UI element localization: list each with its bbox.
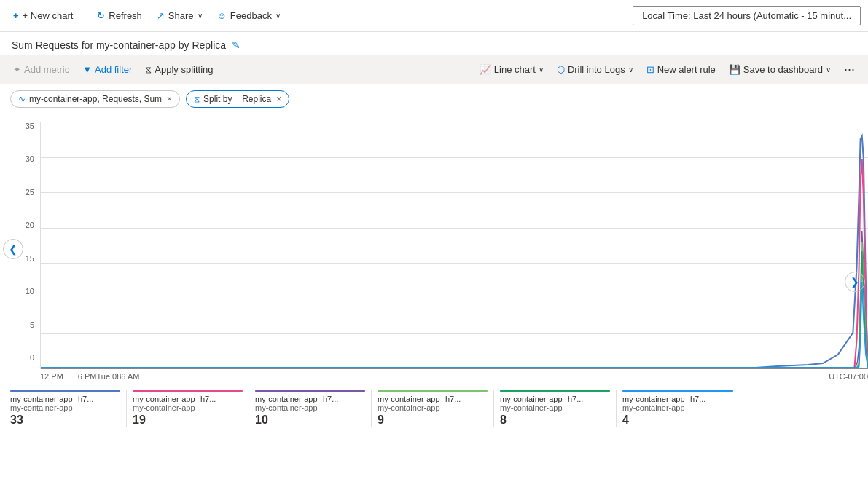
legend-name-4: my-container-app--h7... bbox=[500, 395, 610, 403]
metric-pill: ∿ my-container-app, Requests, Sum × bbox=[10, 90, 180, 108]
legend-value-5: 4 bbox=[622, 414, 733, 427]
split-pill: ⧖ Split by = Replica × bbox=[186, 90, 289, 108]
x-label-6pm: 6 PM bbox=[78, 372, 97, 381]
nav-right-button[interactable]: ❯ bbox=[845, 272, 865, 292]
y-label-30: 30 bbox=[0, 154, 34, 163]
split-pill-close[interactable]: × bbox=[276, 94, 281, 104]
y-label-20: 20 bbox=[0, 221, 34, 229]
chart-title-row: Sum Requests for my-container-app by Rep… bbox=[0, 32, 868, 55]
metric-pill-label: my-container-app, Requests, Sum bbox=[29, 94, 162, 104]
feedback-chevron-icon: ∨ bbox=[275, 12, 281, 20]
legend-color-bar-4 bbox=[500, 390, 610, 392]
split-pill-icon: ⧖ bbox=[194, 94, 200, 104]
legend-name-1: my-container-app--h7... bbox=[133, 395, 243, 403]
legend-sub-3: my-container-app bbox=[378, 403, 488, 412]
filter-row: ∿ my-container-app, Requests, Sum × ⧖ Sp… bbox=[0, 84, 868, 114]
new-chart-button[interactable]: + + New chart bbox=[7, 7, 79, 24]
apply-splitting-label: Apply splitting bbox=[155, 64, 213, 75]
save-to-dashboard-button[interactable]: 💾 Save to dashboard ∨ bbox=[723, 61, 837, 78]
legend-item-5: my-container-app--h7... my-container-app… bbox=[622, 390, 739, 427]
metric-pill-icon: ∿ bbox=[18, 94, 26, 104]
x-label-tue08: Tue 08 bbox=[96, 372, 121, 381]
apply-splitting-button[interactable]: ⧖ Apply splitting bbox=[139, 61, 219, 79]
chart-area: 0 5 10 15 20 25 30 35 bbox=[0, 114, 868, 384]
line-chart-button[interactable]: 📈 Line chart ∨ bbox=[474, 61, 550, 78]
x-label-12pm: 12 PM bbox=[40, 372, 63, 381]
legend-item-0: my-container-app--h7... my-container-app… bbox=[10, 390, 127, 427]
legend-item-1: my-container-app--h7... my-container-app… bbox=[133, 390, 249, 427]
chart-line-teal bbox=[41, 251, 868, 368]
y-label-35: 35 bbox=[0, 122, 34, 130]
legend-value-4: 8 bbox=[500, 414, 610, 427]
y-label-5: 5 bbox=[0, 320, 34, 329]
new-alert-rule-button[interactable]: ⊡ New alert rule bbox=[641, 61, 722, 78]
utc-label: UTC-07:00 bbox=[829, 372, 868, 381]
save-label: Save to dashboard bbox=[743, 64, 823, 75]
plus-icon: + bbox=[13, 10, 19, 21]
x-label-6am: 6 AM bbox=[121, 372, 139, 381]
chart-inner bbox=[40, 122, 868, 369]
chart-line-purple bbox=[41, 231, 868, 368]
drill-into-logs-button[interactable]: ⬡ Drill into Logs ∨ bbox=[551, 61, 639, 78]
legend-area: my-container-app--h7... my-container-app… bbox=[0, 384, 868, 427]
feedback-label: Feedback bbox=[230, 10, 272, 21]
divider-1 bbox=[85, 9, 85, 23]
legend-item-3: my-container-app--h7... my-container-app… bbox=[378, 390, 494, 427]
split-pill-label: Split by = Replica bbox=[203, 94, 271, 104]
nav-left-button[interactable]: ❮ bbox=[3, 239, 23, 259]
chart-line-lightblue bbox=[41, 282, 868, 368]
time-range-button[interactable]: Local Time: Last 24 hours (Automatic - 1… bbox=[633, 6, 861, 25]
feedback-icon: ☺ bbox=[217, 10, 227, 21]
alert-label: New alert rule bbox=[657, 64, 716, 75]
drill-label: Drill into Logs bbox=[568, 64, 625, 75]
x-axis: 12 PM 6 PM Tue 08 6 AM UTC-07:00 bbox=[40, 369, 868, 381]
legend-name-2: my-container-app--h7... bbox=[255, 395, 365, 403]
edit-title-icon[interactable]: ✎ bbox=[232, 39, 241, 51]
share-chevron-icon: ∨ bbox=[198, 12, 203, 20]
metrics-toolbar: ✦ Add metric ▼ Add filter ⧖ Apply splitt… bbox=[0, 55, 868, 84]
save-icon: 💾 bbox=[729, 64, 740, 75]
chart-line-pink bbox=[41, 159, 868, 368]
refresh-label: Refresh bbox=[109, 10, 142, 21]
alert-icon: ⊡ bbox=[646, 64, 654, 75]
share-button[interactable]: ↗ Share ∨ bbox=[151, 7, 208, 24]
add-filter-button[interactable]: ▼ Add filter bbox=[77, 61, 138, 78]
more-options-button[interactable]: ··· bbox=[838, 60, 861, 79]
right-buttons: 📈 Line chart ∨ ⬡ Drill into Logs ∨ ⊡ New… bbox=[474, 60, 861, 79]
save-chevron: ∨ bbox=[826, 66, 831, 74]
add-metric-icon: ✦ bbox=[13, 64, 21, 75]
chart-line-blue bbox=[41, 136, 868, 368]
legend-value-1: 19 bbox=[133, 414, 243, 427]
legend-value-3: 9 bbox=[378, 414, 488, 427]
legend-name-5: my-container-app--h7... bbox=[622, 395, 733, 403]
y-label-25: 25 bbox=[0, 188, 34, 197]
chart-wrapper: ❮ 0 5 10 15 20 25 30 35 bbox=[0, 114, 868, 384]
legend-name-0: my-container-app--h7... bbox=[10, 395, 120, 403]
legend-color-bar-2 bbox=[255, 390, 365, 392]
chart-title: Sum Requests for my-container-app by Rep… bbox=[12, 39, 226, 51]
new-chart-label: + New chart bbox=[23, 10, 74, 21]
share-icon: ↗ bbox=[157, 10, 165, 21]
drill-chevron: ∨ bbox=[628, 66, 633, 74]
legend-name-3: my-container-app--h7... bbox=[378, 395, 488, 403]
y-label-0: 0 bbox=[0, 353, 34, 362]
line-chart-icon: 📈 bbox=[480, 64, 491, 75]
nav-right-icon: ❯ bbox=[851, 276, 859, 288]
legend-color-bar-0 bbox=[10, 390, 120, 392]
legend-sub-5: my-container-app bbox=[622, 403, 733, 412]
feedback-button[interactable]: ☺ Feedback ∨ bbox=[211, 7, 286, 24]
legend-color-bar-1 bbox=[133, 390, 243, 392]
legend-sub-4: my-container-app bbox=[500, 403, 610, 412]
refresh-icon: ↻ bbox=[97, 10, 105, 21]
legend-sub-0: my-container-app bbox=[10, 403, 120, 412]
legend-item-4: my-container-app--h7... my-container-app… bbox=[500, 390, 617, 427]
refresh-button[interactable]: ↻ Refresh bbox=[91, 7, 148, 24]
top-toolbar: + + New chart ↻ Refresh ↗ Share ∨ ☺ Feed… bbox=[0, 0, 868, 32]
nav-left-icon: ❮ bbox=[9, 243, 17, 255]
legend-sub-1: my-container-app bbox=[133, 403, 243, 412]
metric-pill-close[interactable]: × bbox=[167, 94, 172, 104]
more-icon: ··· bbox=[844, 62, 855, 77]
add-metric-button[interactable]: ✦ Add metric bbox=[7, 61, 75, 78]
legend-color-bar-5 bbox=[622, 390, 733, 392]
legend-item-2: my-container-app--h7... my-container-app… bbox=[255, 390, 372, 427]
